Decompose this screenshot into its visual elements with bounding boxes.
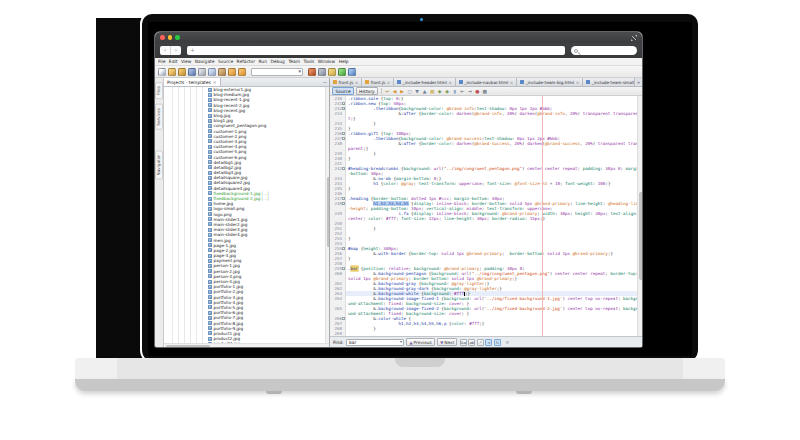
tree-vertical-scrollbar[interactable]	[325, 87, 329, 343]
editor-tab-front.js[interactable]: front.js×	[362, 78, 394, 86]
find-previous-occurrence-icon[interactable]: ▲	[422, 88, 428, 95]
toggle-bookmark-icon[interactable]: ▮	[452, 88, 458, 95]
shift-left-icon[interactable]: ⇤	[459, 88, 465, 95]
projects-panel-tab[interactable]: Projects - templates ×	[164, 78, 221, 86]
new-file-icon[interactable]	[158, 68, 166, 76]
stop-macro-icon[interactable]: ■	[482, 88, 488, 95]
tab-overflow-button[interactable]: »	[634, 78, 642, 86]
match-case-toggle[interactable]: Aa	[460, 339, 467, 346]
fold-toggle-icon[interactable]: −	[342, 247, 345, 250]
page-background: ‹ › + FileEditViewNavigateSourceRefactor…	[0, 0, 800, 440]
image-file-icon	[208, 295, 212, 299]
fold-toggle-icon[interactable]: −	[342, 197, 345, 200]
menu-window[interactable]: Window	[318, 59, 335, 64]
minimize-window-button[interactable]	[168, 35, 173, 40]
wrap-around-toggle[interactable]: ↻	[494, 339, 501, 346]
cut-icon[interactable]	[198, 68, 206, 76]
fold-toggle-icon[interactable]: −	[342, 267, 345, 270]
code-line: 248− h1,h2,h3,h4,h5 {display: inline-blo…	[330, 201, 642, 211]
fullscreen-icon[interactable]	[631, 35, 637, 41]
menu-navigate[interactable]: Navigate	[195, 59, 215, 64]
file-tree[interactable]: blog-exterior1.jpgblog-medium.jpgblog-re…	[164, 87, 329, 343]
new-project-icon[interactable]	[168, 68, 176, 76]
find-next-occurrence-icon[interactable]: ▼	[414, 88, 420, 95]
find-selection-icon[interactable]: ▢	[407, 88, 413, 95]
close-tab-icon[interactable]: ×	[576, 80, 580, 85]
sidebar-tab-files[interactable]: Files	[155, 82, 163, 99]
image-file-icon	[208, 134, 212, 138]
previous-bookmark-icon[interactable]: ◆	[437, 88, 443, 95]
fold-toggle-icon[interactable]: −	[342, 167, 345, 170]
editor-tab-_include-navbar.html[interactable]: _include-navbar.html×	[456, 78, 517, 86]
close-icon[interactable]: ×	[213, 80, 217, 85]
projects-panel-title: Projects - templates	[167, 80, 211, 85]
image-file-icon	[208, 326, 212, 330]
close-tab-icon[interactable]: ×	[355, 80, 359, 85]
build-hammer-icon[interactable]	[318, 68, 326, 76]
whole-words-toggle[interactable]: ab	[468, 339, 475, 346]
close-tab-icon[interactable]: ×	[448, 80, 452, 85]
editor-tab-_include-team-big.html[interactable]: _include-team-big.html×	[517, 78, 583, 86]
fold-toggle-icon[interactable]: −	[342, 202, 345, 205]
copy-icon[interactable]	[208, 68, 216, 76]
menu-debug[interactable]: Debug	[270, 59, 284, 64]
close-tab-icon[interactable]: ×	[510, 80, 514, 85]
image-file-icon	[208, 274, 212, 278]
menu-source[interactable]: Source	[218, 59, 233, 64]
code-editor[interactable]: 230.ribbon.sale {top: 0;}231−.ribbon.new…	[330, 96, 642, 336]
profile-icon[interactable]	[348, 68, 356, 76]
undo-icon[interactable]	[228, 68, 236, 76]
fold-toggle-icon[interactable]: −	[342, 137, 345, 140]
menu-file[interactable]: File	[158, 59, 165, 64]
menu-team[interactable]: Team	[288, 59, 300, 64]
open-project-icon[interactable]	[178, 68, 186, 76]
menu-run[interactable]: Run	[259, 59, 267, 64]
highlight-results-toggle[interactable]: ≈	[485, 339, 492, 346]
menu-view[interactable]: View	[181, 59, 191, 64]
sidebar-tab-services[interactable]: Services	[155, 104, 163, 130]
next-bookmark-icon[interactable]: ◆	[444, 88, 450, 95]
paste-icon[interactable]	[218, 68, 226, 76]
fold-toggle-icon[interactable]: −	[342, 107, 345, 110]
back-icon[interactable]: ◀	[392, 88, 398, 95]
sidebar-tab-navigator[interactable]: Navigator	[155, 151, 163, 180]
editor-tab-_include-header.html[interactable]: _include-header.html×	[394, 78, 456, 86]
menu-help[interactable]: Help	[339, 59, 349, 64]
close-window-button[interactable]	[160, 35, 165, 40]
close-tab-icon[interactable]: ×	[387, 80, 391, 85]
view-button-history[interactable]: History	[356, 87, 379, 95]
run-icon[interactable]	[338, 68, 346, 76]
minimize-panel-icon[interactable]: −	[323, 79, 327, 85]
regex-toggle[interactable]: .*	[477, 339, 484, 346]
fold-toggle-icon[interactable]: −	[342, 132, 345, 135]
deploy-icon[interactable]	[308, 68, 316, 76]
shift-right-icon[interactable]: ⇥	[467, 88, 473, 95]
zoom-window-button[interactable]	[175, 35, 180, 40]
save-all-icon[interactable]	[188, 68, 196, 76]
find-input[interactable]: bar	[346, 339, 404, 346]
toggle-highlight-icon[interactable]: ▦	[429, 88, 435, 95]
view-button-source[interactable]: Source	[332, 87, 354, 95]
close-find-bar-icon[interactable]: ×	[505, 339, 509, 345]
forward-icon[interactable]: ▶	[399, 88, 405, 95]
find-next-button[interactable]: ▼ Next	[437, 338, 457, 346]
editor-tab-front.js[interactable]: front.js×	[330, 78, 362, 86]
back-button[interactable]: ‹	[160, 46, 171, 55]
editor-scrollbar[interactable]	[637, 96, 642, 336]
menu-tools[interactable]: Tools	[304, 59, 315, 64]
menu-edit[interactable]: Edit	[169, 59, 178, 64]
redo-icon[interactable]	[238, 68, 246, 76]
forward-button[interactable]: ›	[171, 46, 181, 55]
tree-horizontal-scrollbar[interactable]	[164, 343, 329, 347]
menu-refactor[interactable]: Refactor	[237, 59, 255, 64]
start-macro-icon[interactable]: ●	[474, 88, 480, 95]
find-previous-button[interactable]: ▲ Previous	[406, 338, 434, 346]
configuration-combo[interactable]	[251, 68, 303, 76]
minimized-panel-strip: FilesServicesNavigator	[155, 78, 164, 347]
fold-toggle-icon[interactable]: −	[342, 102, 345, 105]
search-field[interactable]	[571, 46, 637, 55]
fold-toggle-icon[interactable]: −	[342, 317, 345, 320]
last-edit-icon[interactable]: ↩	[384, 88, 390, 95]
clean-build-icon[interactable]	[328, 68, 336, 76]
address-bar[interactable]: +	[187, 46, 565, 55]
